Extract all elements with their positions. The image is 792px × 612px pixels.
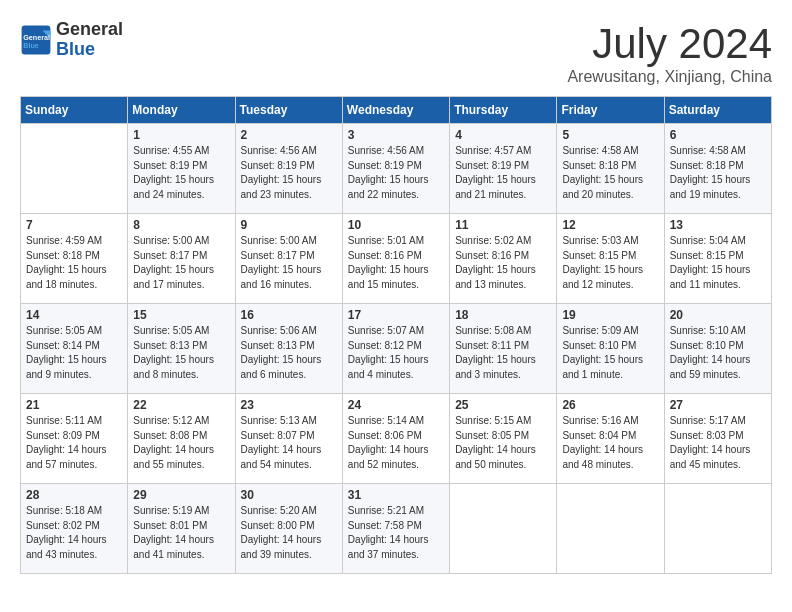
day-number: 3	[348, 128, 444, 142]
day-info: Sunrise: 5:09 AM Sunset: 8:10 PM Dayligh…	[562, 324, 658, 382]
calendar-cell: 13Sunrise: 5:04 AM Sunset: 8:15 PM Dayli…	[664, 214, 771, 304]
calendar-cell: 9Sunrise: 5:00 AM Sunset: 8:17 PM Daylig…	[235, 214, 342, 304]
calendar-cell: 5Sunrise: 4:58 AM Sunset: 8:18 PM Daylig…	[557, 124, 664, 214]
day-info: Sunrise: 5:14 AM Sunset: 8:06 PM Dayligh…	[348, 414, 444, 472]
day-number: 24	[348, 398, 444, 412]
calendar-week-3: 14Sunrise: 5:05 AM Sunset: 8:14 PM Dayli…	[21, 304, 772, 394]
calendar-cell: 15Sunrise: 5:05 AM Sunset: 8:13 PM Dayli…	[128, 304, 235, 394]
calendar-cell: 31Sunrise: 5:21 AM Sunset: 7:58 PM Dayli…	[342, 484, 449, 574]
calendar-cell: 23Sunrise: 5:13 AM Sunset: 8:07 PM Dayli…	[235, 394, 342, 484]
day-info: Sunrise: 5:03 AM Sunset: 8:15 PM Dayligh…	[562, 234, 658, 292]
day-number: 22	[133, 398, 229, 412]
calendar-cell	[664, 484, 771, 574]
month-title: July 2024	[567, 20, 772, 68]
calendar-week-2: 7Sunrise: 4:59 AM Sunset: 8:18 PM Daylig…	[21, 214, 772, 304]
weekday-sunday: Sunday	[21, 97, 128, 124]
day-info: Sunrise: 5:04 AM Sunset: 8:15 PM Dayligh…	[670, 234, 766, 292]
calendar-cell	[557, 484, 664, 574]
calendar-cell: 12Sunrise: 5:03 AM Sunset: 8:15 PM Dayli…	[557, 214, 664, 304]
day-info: Sunrise: 4:57 AM Sunset: 8:19 PM Dayligh…	[455, 144, 551, 202]
title-block: July 2024 Arewusitang, Xinjiang, China	[567, 20, 772, 86]
calendar-cell: 17Sunrise: 5:07 AM Sunset: 8:12 PM Dayli…	[342, 304, 449, 394]
day-number: 30	[241, 488, 337, 502]
day-number: 27	[670, 398, 766, 412]
logo-text: General Blue	[56, 20, 123, 60]
calendar-cell: 11Sunrise: 5:02 AM Sunset: 8:16 PM Dayli…	[450, 214, 557, 304]
day-number: 9	[241, 218, 337, 232]
day-info: Sunrise: 5:19 AM Sunset: 8:01 PM Dayligh…	[133, 504, 229, 562]
calendar-cell: 20Sunrise: 5:10 AM Sunset: 8:10 PM Dayli…	[664, 304, 771, 394]
day-info: Sunrise: 5:13 AM Sunset: 8:07 PM Dayligh…	[241, 414, 337, 472]
day-number: 6	[670, 128, 766, 142]
day-info: Sunrise: 5:18 AM Sunset: 8:02 PM Dayligh…	[26, 504, 122, 562]
calendar-week-1: 1Sunrise: 4:55 AM Sunset: 8:19 PM Daylig…	[21, 124, 772, 214]
weekday-tuesday: Tuesday	[235, 97, 342, 124]
day-number: 26	[562, 398, 658, 412]
calendar-cell: 27Sunrise: 5:17 AM Sunset: 8:03 PM Dayli…	[664, 394, 771, 484]
day-info: Sunrise: 5:05 AM Sunset: 8:14 PM Dayligh…	[26, 324, 122, 382]
weekday-saturday: Saturday	[664, 97, 771, 124]
page-header: General Blue General Blue July 2024 Arew…	[20, 20, 772, 86]
day-info: Sunrise: 4:58 AM Sunset: 8:18 PM Dayligh…	[670, 144, 766, 202]
calendar-cell: 19Sunrise: 5:09 AM Sunset: 8:10 PM Dayli…	[557, 304, 664, 394]
day-info: Sunrise: 5:08 AM Sunset: 8:11 PM Dayligh…	[455, 324, 551, 382]
day-info: Sunrise: 4:55 AM Sunset: 8:19 PM Dayligh…	[133, 144, 229, 202]
day-number: 28	[26, 488, 122, 502]
calendar-cell: 25Sunrise: 5:15 AM Sunset: 8:05 PM Dayli…	[450, 394, 557, 484]
logo-icon: General Blue	[20, 24, 52, 56]
day-number: 4	[455, 128, 551, 142]
calendar-cell: 29Sunrise: 5:19 AM Sunset: 8:01 PM Dayli…	[128, 484, 235, 574]
day-info: Sunrise: 5:05 AM Sunset: 8:13 PM Dayligh…	[133, 324, 229, 382]
day-info: Sunrise: 5:21 AM Sunset: 7:58 PM Dayligh…	[348, 504, 444, 562]
day-number: 18	[455, 308, 551, 322]
calendar-cell: 18Sunrise: 5:08 AM Sunset: 8:11 PM Dayli…	[450, 304, 557, 394]
day-number: 16	[241, 308, 337, 322]
day-number: 10	[348, 218, 444, 232]
calendar-cell: 26Sunrise: 5:16 AM Sunset: 8:04 PM Dayli…	[557, 394, 664, 484]
day-number: 20	[670, 308, 766, 322]
day-number: 1	[133, 128, 229, 142]
calendar-cell: 22Sunrise: 5:12 AM Sunset: 8:08 PM Dayli…	[128, 394, 235, 484]
calendar-cell: 24Sunrise: 5:14 AM Sunset: 8:06 PM Dayli…	[342, 394, 449, 484]
calendar-week-5: 28Sunrise: 5:18 AM Sunset: 8:02 PM Dayli…	[21, 484, 772, 574]
day-number: 8	[133, 218, 229, 232]
day-info: Sunrise: 5:16 AM Sunset: 8:04 PM Dayligh…	[562, 414, 658, 472]
day-info: Sunrise: 5:00 AM Sunset: 8:17 PM Dayligh…	[133, 234, 229, 292]
calendar-cell: 10Sunrise: 5:01 AM Sunset: 8:16 PM Dayli…	[342, 214, 449, 304]
calendar-cell: 28Sunrise: 5:18 AM Sunset: 8:02 PM Dayli…	[21, 484, 128, 574]
calendar-cell	[21, 124, 128, 214]
day-info: Sunrise: 4:58 AM Sunset: 8:18 PM Dayligh…	[562, 144, 658, 202]
day-info: Sunrise: 5:01 AM Sunset: 8:16 PM Dayligh…	[348, 234, 444, 292]
day-info: Sunrise: 4:59 AM Sunset: 8:18 PM Dayligh…	[26, 234, 122, 292]
day-number: 25	[455, 398, 551, 412]
day-info: Sunrise: 4:56 AM Sunset: 8:19 PM Dayligh…	[348, 144, 444, 202]
location-subtitle: Arewusitang, Xinjiang, China	[567, 68, 772, 86]
day-number: 15	[133, 308, 229, 322]
day-info: Sunrise: 5:10 AM Sunset: 8:10 PM Dayligh…	[670, 324, 766, 382]
calendar-cell: 3Sunrise: 4:56 AM Sunset: 8:19 PM Daylig…	[342, 124, 449, 214]
calendar-week-4: 21Sunrise: 5:11 AM Sunset: 8:09 PM Dayli…	[21, 394, 772, 484]
day-number: 23	[241, 398, 337, 412]
calendar-cell: 6Sunrise: 4:58 AM Sunset: 8:18 PM Daylig…	[664, 124, 771, 214]
day-info: Sunrise: 5:11 AM Sunset: 8:09 PM Dayligh…	[26, 414, 122, 472]
calendar-cell: 7Sunrise: 4:59 AM Sunset: 8:18 PM Daylig…	[21, 214, 128, 304]
day-number: 31	[348, 488, 444, 502]
day-info: Sunrise: 5:15 AM Sunset: 8:05 PM Dayligh…	[455, 414, 551, 472]
day-number: 7	[26, 218, 122, 232]
day-number: 2	[241, 128, 337, 142]
weekday-wednesday: Wednesday	[342, 97, 449, 124]
day-number: 29	[133, 488, 229, 502]
weekday-thursday: Thursday	[450, 97, 557, 124]
day-number: 19	[562, 308, 658, 322]
day-number: 21	[26, 398, 122, 412]
day-number: 17	[348, 308, 444, 322]
day-info: Sunrise: 5:06 AM Sunset: 8:13 PM Dayligh…	[241, 324, 337, 382]
day-info: Sunrise: 4:56 AM Sunset: 8:19 PM Dayligh…	[241, 144, 337, 202]
calendar-body: 1Sunrise: 4:55 AM Sunset: 8:19 PM Daylig…	[21, 124, 772, 574]
day-info: Sunrise: 5:17 AM Sunset: 8:03 PM Dayligh…	[670, 414, 766, 472]
day-number: 5	[562, 128, 658, 142]
calendar-table: SundayMondayTuesdayWednesdayThursdayFrid…	[20, 96, 772, 574]
logo: General Blue General Blue	[20, 20, 123, 60]
day-info: Sunrise: 5:00 AM Sunset: 8:17 PM Dayligh…	[241, 234, 337, 292]
day-number: 11	[455, 218, 551, 232]
